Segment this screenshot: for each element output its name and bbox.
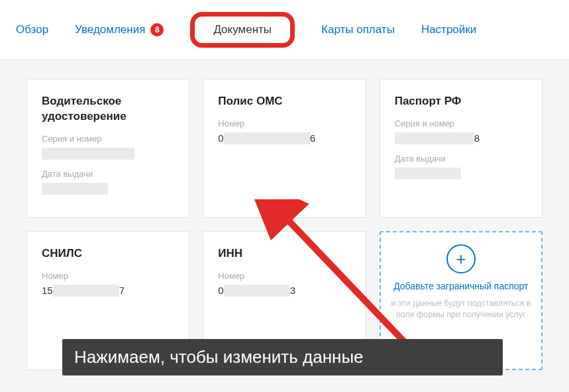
number-start: 0 xyxy=(218,285,223,296)
card-oms[interactable]: Полис ОМС Номер 0 6 xyxy=(203,79,366,218)
cards-grid: Водительское удостоверение Серия и номер… xyxy=(26,79,543,370)
card-title: СНИЛС xyxy=(42,246,174,262)
field-label: Серия и номер xyxy=(42,134,174,144)
redacted-band xyxy=(42,183,108,195)
tab-settings[interactable]: Настройки xyxy=(421,23,476,36)
field-value: 0 6 xyxy=(218,132,350,144)
card-driver-license[interactable]: Водительское удостоверение Серия и номер… xyxy=(26,79,189,218)
field-value xyxy=(395,168,527,179)
tab-overview[interactable]: Обзор xyxy=(16,23,48,36)
card-title: ИНН xyxy=(218,246,350,262)
redacted-band xyxy=(395,132,474,144)
add-foreign-passport-desc: и эти данные будут подставляться в поля … xyxy=(390,298,532,320)
field-issue-date: Дата выдачи xyxy=(395,154,527,179)
add-icon: + xyxy=(446,244,476,273)
tab-documents-highlight[interactable]: Документы xyxy=(190,12,295,48)
card-title: Паспорт РФ xyxy=(395,94,527,109)
tab-documents-label: Документы xyxy=(213,23,272,36)
field-value: 15 7 xyxy=(42,285,174,297)
number-start: 0 xyxy=(218,132,223,144)
number-end: 3 xyxy=(290,285,295,296)
field-value xyxy=(42,148,174,160)
number-end: 6 xyxy=(310,132,315,144)
field-label: Номер xyxy=(218,119,350,128)
field-issue-date: Дата выдачи xyxy=(42,169,174,195)
notifications-badge: 8 xyxy=(150,23,164,36)
number-end: 7 xyxy=(119,285,125,296)
field-series: Серия и номер xyxy=(42,134,174,160)
field-label: Дата выдачи xyxy=(395,154,527,164)
card-passport-rf[interactable]: Паспорт РФ Серия и номер 8 Дата выдачи xyxy=(380,79,543,218)
tab-payment-cards[interactable]: Карты оплаты xyxy=(321,23,395,36)
tab-notifications-label: Уведомления xyxy=(75,23,145,36)
add-foreign-passport-link: Добавьте заграничный паспорт xyxy=(393,280,528,293)
field-number: Номер 0 6 xyxy=(218,119,350,144)
annotation-caption: Нажимаем, чтобы изменить данные xyxy=(62,339,503,375)
redacted-band xyxy=(224,285,290,297)
redacted-band xyxy=(42,148,134,160)
field-number: Номер 0 3 xyxy=(218,271,350,297)
number-start: 15 xyxy=(42,285,53,296)
redacted-band xyxy=(224,132,310,144)
field-label: Номер xyxy=(42,271,174,281)
field-value xyxy=(42,183,174,195)
content-area: Водительское удостоверение Серия и номер… xyxy=(0,60,569,392)
field-number: Номер 15 7 xyxy=(42,271,174,297)
plus-glyph: + xyxy=(456,250,466,268)
tab-bar: Обзор Уведомления 8 Документы Карты опла… xyxy=(0,0,569,60)
tab-notifications[interactable]: Уведомления 8 xyxy=(75,23,164,36)
redacted-band xyxy=(53,285,119,297)
field-label: Серия и номер xyxy=(395,119,527,128)
field-label: Номер xyxy=(218,271,350,281)
field-value: 0 3 xyxy=(218,285,350,297)
field-label: Дата выдачи xyxy=(42,169,174,179)
number-end: 8 xyxy=(474,132,480,144)
card-title: Водительское удостоверение xyxy=(42,94,174,124)
field-series: Серия и номер 8 xyxy=(395,119,527,144)
field-value: 8 xyxy=(395,132,527,144)
redacted-band xyxy=(395,168,461,179)
card-title: Полис ОМС xyxy=(218,94,350,109)
